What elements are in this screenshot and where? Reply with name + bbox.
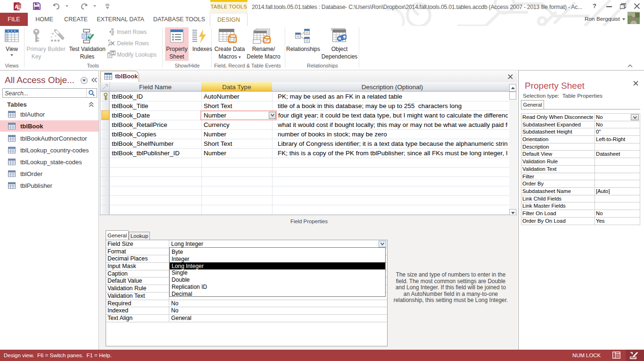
svg-text:A: A bbox=[15, 4, 18, 9]
